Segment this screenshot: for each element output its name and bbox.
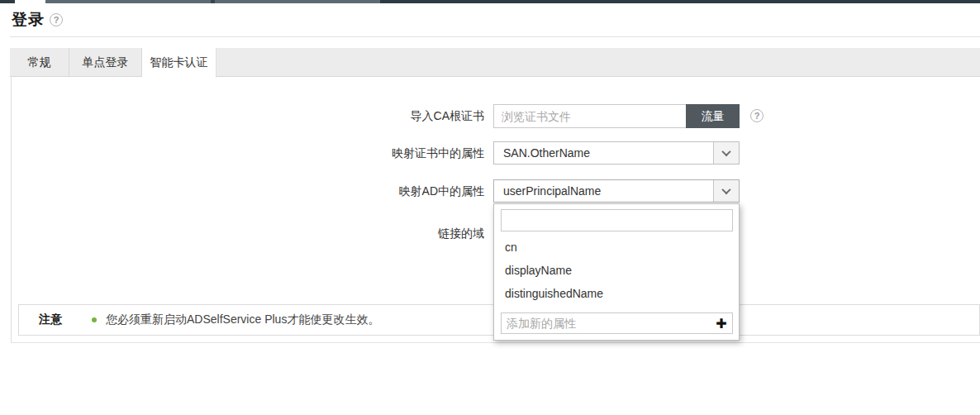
cert-attr-caret-button[interactable] [713, 142, 739, 164]
ad-attr-selected-value: userPrincipalName [494, 184, 713, 198]
ca-cert-browse-button[interactable]: 流量 [686, 104, 740, 128]
title-divider [10, 36, 980, 37]
add-attribute-input[interactable] [502, 317, 711, 330]
plus-icon[interactable]: ✚ [711, 316, 732, 332]
ad-attr-caret-button[interactable] [713, 180, 739, 202]
tab-general[interactable]: 常规 [10, 48, 69, 77]
top-strip-segment [0, 0, 15, 3]
ad-attr-label: 映射AD中的属性 [207, 179, 484, 203]
dropdown-option-displayname[interactable]: displayName [494, 259, 739, 282]
cert-attr-select[interactable]: SAN.OtherName [493, 141, 740, 165]
ad-attr-dropdown-panel: cn displayName distinguishedName ✚ [493, 203, 740, 341]
page-title: 登录 [12, 9, 45, 31]
panel-left-border [11, 77, 12, 342]
chevron-down-icon [721, 147, 730, 156]
note-bullet-icon [92, 317, 97, 322]
note-text: 您必须重新启动ADSelfService Plus才能使更改生效。 [106, 312, 379, 327]
dropdown-option-list: cn displayName distinguishedName [494, 236, 739, 305]
dropdown-filter-input[interactable] [501, 209, 733, 231]
top-strip-segment [215, 0, 380, 3]
linked-domain-label: 链接的域 [207, 222, 484, 245]
tab-single-sign-on[interactable]: 单点登录 [69, 48, 142, 77]
tab-smart-card-auth[interactable]: 智能卡认证 [142, 48, 216, 78]
chevron-down-icon [721, 185, 730, 194]
ca-cert-file-input[interactable] [493, 104, 686, 128]
cert-attr-label: 映射证书中的属性 [207, 141, 484, 165]
top-strip-segment [380, 0, 980, 3]
note-title: 注意 [39, 312, 62, 327]
ad-attr-select[interactable]: userPrincipalName [493, 179, 740, 203]
dropdown-option-cn[interactable]: cn [494, 236, 739, 259]
window-top-strip [0, 0, 980, 3]
login-tabbar: 常规 单点登录 智能卡认证 [10, 48, 980, 77]
cert-attr-selected-value: SAN.OtherName [494, 146, 713, 160]
dropdown-option-distinguishedname[interactable]: distinguishedName [494, 282, 739, 305]
page-help-icon[interactable]: ? [50, 13, 63, 26]
ca-cert-label: 导入CA根证书 [207, 104, 484, 128]
add-attribute-box: ✚ [501, 312, 733, 334]
panel-bottom-border [11, 342, 980, 343]
top-strip-segment [45, 0, 211, 3]
ca-cert-help-icon[interactable]: ? [750, 109, 764, 122]
